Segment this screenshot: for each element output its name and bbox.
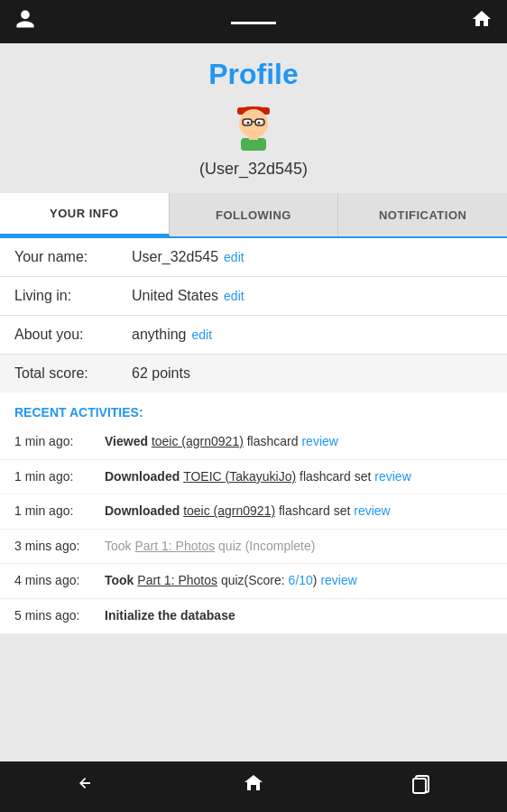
svg-point-6	[258, 122, 261, 125]
name-row: Your name: User_32d545 edit	[0, 238, 507, 277]
home-icon[interactable]	[471, 8, 493, 35]
activity-time: 5 mins ago:	[14, 608, 105, 623]
about-label: About you:	[14, 327, 132, 343]
activity-text: Took Part 1: Photos quiz(Score: 6/10) re…	[105, 572, 493, 590]
tabs: YOUR INFO FOLLOWING NOTIFICATION	[0, 193, 507, 238]
activity-text: Downloaded TOEIC (TakayukiJo) flashcard …	[105, 468, 493, 486]
person-icon[interactable]	[14, 8, 36, 35]
activity-time: 1 min ago:	[14, 469, 105, 484]
top-bar	[0, 0, 507, 43]
username: (User_32d545)	[199, 160, 308, 179]
about-row: About you: anything edit	[0, 316, 507, 355]
profile-title: Profile	[208, 58, 299, 91]
activity-text: Downloaded toeic (agrn0921) flashcard se…	[105, 503, 493, 521]
activity-row: 1 min ago: Viewed toeic (agrn0921) flash…	[0, 425, 507, 460]
activity-time: 1 min ago:	[14, 434, 105, 448]
activity-row: 3 mins ago: Took Part 1: Photos quiz (In…	[0, 530, 507, 565]
svg-rect-11	[249, 134, 258, 140]
activity-text: Initialize the database	[105, 607, 493, 625]
living-value: United States	[132, 288, 218, 304]
about-edit-link[interactable]: edit	[192, 328, 213, 342]
name-edit-link[interactable]: edit	[224, 250, 244, 264]
svg-rect-10	[241, 138, 266, 151]
activity-time: 3 mins ago:	[14, 539, 105, 553]
activity-time: 4 mins ago:	[14, 573, 105, 587]
svg-rect-13	[413, 779, 426, 793]
activity-row: 1 min ago: Downloaded toeic (agrn0921) f…	[0, 494, 507, 530]
score-label: Total score:	[14, 365, 132, 382]
recent-activities-title: RECENT ACTIVITIES:	[0, 392, 507, 425]
living-row: Living in: United States edit	[0, 277, 507, 316]
home-button[interactable]	[241, 771, 266, 802]
content-area: Your name: User_32d545 edit Living in: U…	[0, 238, 507, 634]
activity-text: Viewed toeic (agrn0921) flashcard review	[105, 433, 493, 451]
tab-indicator	[231, 22, 276, 24]
living-edit-link[interactable]: edit	[224, 289, 244, 303]
activity-row: 1 min ago: Downloaded TOEIC (TakayukiJo)…	[0, 460, 507, 495]
tab-notification[interactable]: NOTIFICATION	[338, 193, 507, 236]
svg-point-5	[247, 122, 250, 125]
name-value: User_32d545	[132, 249, 218, 265]
profile-header: Profile (User_32d545)	[0, 43, 507, 193]
bottom-bar	[0, 761, 507, 812]
tab-your-info[interactable]: YOUR INFO	[0, 193, 170, 236]
activity-row: 4 mins ago: Took Part 1: Photos quiz(Sco…	[0, 564, 507, 599]
recents-button[interactable]	[410, 771, 435, 802]
score-row: Total score: 62 points	[0, 355, 507, 392]
about-value: anything	[132, 327, 187, 343]
score-value: 62 points	[132, 365, 190, 382]
activity-text: Took Part 1: Photos quiz (Incomplete)	[105, 538, 493, 556]
living-label: Living in:	[14, 288, 132, 304]
top-bar-center	[231, 20, 276, 24]
back-button[interactable]	[72, 771, 97, 802]
activity-row: 5 mins ago: Initialize the database	[0, 599, 507, 634]
tab-following[interactable]: FOLLOWING	[170, 193, 339, 236]
avatar	[226, 98, 281, 152]
name-label: Your name:	[14, 249, 132, 265]
activity-time: 1 min ago:	[14, 503, 105, 518]
